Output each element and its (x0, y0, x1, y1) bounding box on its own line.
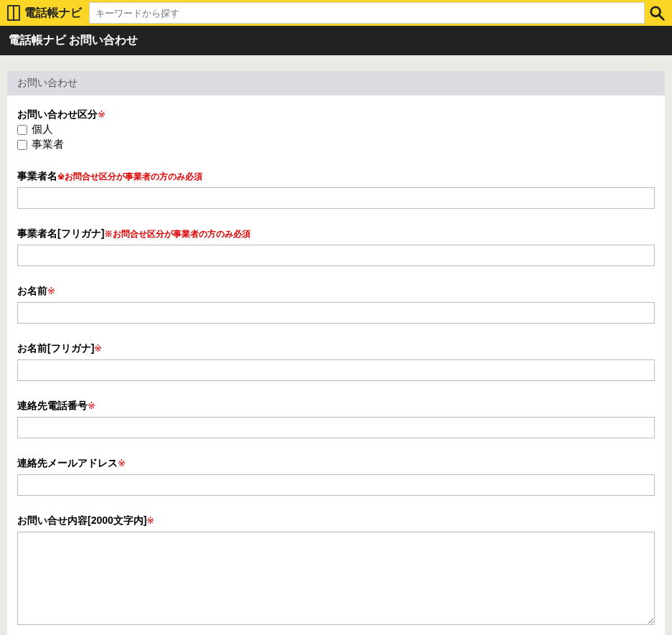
name-kana-input[interactable] (17, 359, 655, 381)
field-category: お問い合わせ区分※ 個人 事業者 (17, 108, 655, 151)
content-wrap: お問い合わせ お問い合わせ区分※ 個人 事業者 事業者名※お問合せ区分が事業者の… (0, 55, 672, 635)
book-icon (7, 5, 20, 21)
field-phone: 連絡先電話番号※ (17, 400, 655, 438)
field-email: 連絡先メールアドレス※ (17, 457, 655, 496)
field-company-name-kana: 事業者名[フリガナ]※お問合せ区分が事業者の方のみ必須 (17, 227, 655, 266)
name-kana-label: お名前[フリガナ]※ (17, 342, 655, 355)
category-personal-label[interactable]: 個人 (32, 123, 53, 136)
field-company-name: 事業者名※お問合せ区分が事業者の方のみ必須 (17, 170, 655, 209)
field-content: お問い合せ内容[2000文字内]※ (17, 514, 655, 627)
search-icon (649, 5, 665, 21)
category-business-label[interactable]: 事業者 (32, 138, 64, 151)
category-label: お問い合わせ区分※ (17, 108, 655, 121)
company-name-kana-input[interactable] (17, 245, 655, 266)
company-name-input[interactable] (17, 187, 655, 209)
search-form (89, 2, 672, 24)
page-title: 電話帳ナビ お問い合わせ (0, 26, 672, 55)
phone-input[interactable] (17, 417, 655, 438)
site-logo[interactable]: 電話帳ナビ (0, 5, 89, 21)
name-input[interactable] (17, 302, 655, 324)
content-label: お問い合せ内容[2000文字内]※ (17, 514, 655, 527)
contact-form: お問い合わせ区分※ 個人 事業者 事業者名※お問合せ区分が事業者の方のみ必須 事… (7, 95, 665, 635)
svg-line-1 (659, 15, 663, 19)
name-label: お名前※ (17, 285, 655, 298)
company-name-kana-label: 事業者名[フリガナ]※お問合せ区分が事業者の方のみ必須 (17, 227, 655, 240)
content-textarea[interactable] (17, 532, 655, 625)
email-label: 連絡先メールアドレス※ (17, 457, 655, 470)
field-name: お名前※ (17, 285, 655, 324)
search-button[interactable] (645, 2, 669, 24)
email-input[interactable] (17, 474, 655, 496)
section-header: お問い合わせ (7, 71, 665, 95)
top-bar: 電話帳ナビ (0, 0, 672, 26)
field-name-kana: お名前[フリガナ]※ (17, 342, 655, 381)
category-personal-checkbox[interactable] (17, 125, 27, 135)
company-name-label: 事業者名※お問合せ区分が事業者の方のみ必須 (17, 170, 655, 183)
category-business-checkbox[interactable] (17, 140, 27, 150)
site-name: 電話帳ナビ (24, 6, 82, 21)
search-input[interactable] (89, 2, 645, 24)
phone-label: 連絡先電話番号※ (17, 400, 655, 413)
